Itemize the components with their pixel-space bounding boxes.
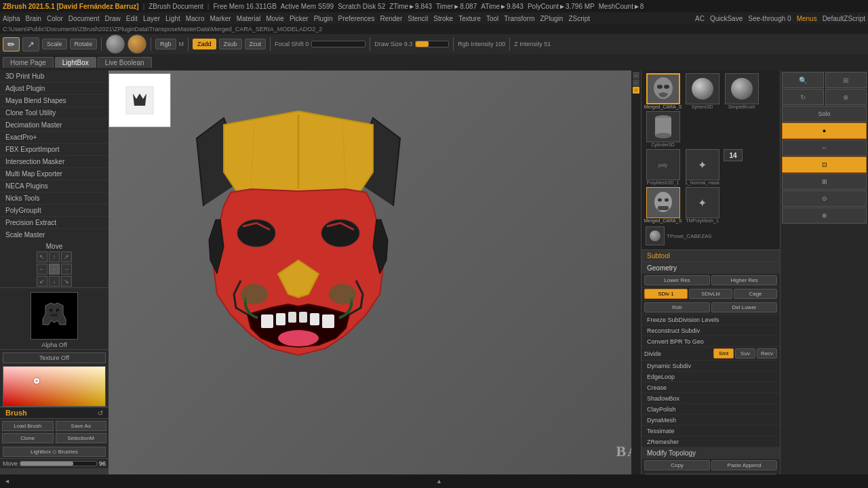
del-higher-btn[interactable]: Del Lower (711, 302, 777, 312)
sidebar-adjust[interactable]: Adjust Plugin (0, 83, 108, 95)
tab-live-boolean[interactable]: Live Boolean (98, 57, 152, 68)
thumb-cylinder3d[interactable]: Cylinder3D (644, 111, 682, 147)
draw-slider[interactable] (415, 41, 449, 47)
thumb-normal-mask[interactable]: ✦ 1_Normal_mask (684, 149, 721, 185)
quicksave-btn[interactable]: QuickSave (710, 15, 743, 22)
gray-btn-1[interactable]: ↔ (782, 140, 867, 156)
menu-tool[interactable]: Tool (486, 15, 498, 22)
cage-btn[interactable]: SDivLbl (689, 289, 732, 299)
sidebar-nicks[interactable]: Nicks Tools (0, 192, 108, 205)
arrow-left[interactable]: ← (37, 264, 47, 274)
see-through[interactable]: See-through 0 (748, 15, 791, 22)
lower-res-btn[interactable]: Lower Res (644, 275, 710, 285)
subtool-header[interactable]: Subtool (642, 250, 780, 262)
sidebar-precision[interactable]: Precision Extract (0, 217, 108, 229)
frame-icon[interactable]: ⊞ (825, 72, 867, 88)
arrow-tl[interactable]: ↖ (37, 251, 47, 262)
move-value-slider[interactable] (20, 461, 97, 466)
menu-preferences[interactable]: Preferences (338, 15, 375, 22)
thumb-tmpoly[interactable]: ✦ TMPolyMesh_1 (684, 187, 721, 223)
sidebar-scale[interactable]: Scale Master (0, 229, 108, 240)
clone-btn[interactable]: Clone (2, 433, 54, 443)
edge-loop[interactable]: EdgeLoop (642, 371, 780, 382)
menu-color[interactable]: Color (47, 15, 63, 22)
higher-res-btn[interactable]: Higher Res (711, 275, 777, 285)
move-icon[interactable]: ⊕ (825, 89, 867, 105)
sidebar-neca[interactable]: NECA Plugins (0, 180, 108, 192)
sidebar-multimap[interactable]: Multi Map Exporter (0, 168, 108, 180)
menus-btn[interactable]: Menus (797, 15, 817, 22)
center-btn[interactable]: ▲ (14, 478, 864, 485)
thumb-polymesh[interactable]: poly PolyMesh3D_1 (644, 149, 682, 185)
brush-preview[interactable] (106, 35, 125, 54)
menu-marker[interactable]: Marker (210, 15, 231, 22)
brush-expand[interactable]: ↺ (98, 409, 103, 417)
draw-btn[interactable]: ✏ (3, 37, 20, 52)
tab-home[interactable]: Home Page (3, 57, 54, 68)
sidebar-maya-blend[interactable]: Maya Blend Shapes (0, 95, 108, 107)
zsub-btn[interactable]: Zsub (219, 39, 242, 49)
menu-material[interactable]: Material (237, 15, 261, 22)
clay-polish[interactable]: ClayPolish (642, 404, 780, 415)
tangent-btn[interactable]: ⊙ (782, 190, 867, 207)
selection-btn[interactable]: SelectionM (56, 433, 107, 443)
sidebar-clone-tool[interactable]: Clone Tool Utility (0, 107, 108, 119)
material-preview[interactable] (127, 35, 146, 54)
paste-append-btn[interactable]: Paste Append (711, 460, 777, 470)
side-icon-frame[interactable]: □ (633, 87, 639, 94)
sidebar-intersection[interactable]: Intersection Masker (0, 156, 108, 168)
reconstruct-subdiv[interactable]: Reconstruct Subdiv (642, 325, 780, 336)
freeze-subdiv[interactable]: Freeze SubDivision Levels (642, 314, 780, 325)
menu-light[interactable]: Light (165, 15, 180, 22)
load-brush-btn[interactable]: Load Brush (2, 421, 54, 431)
convert-bpr[interactable]: Convert BPR To Geo (642, 336, 780, 347)
menu-edit[interactable]: Edit (126, 15, 138, 22)
texture-off-btn[interactable]: Texture Off (3, 352, 106, 363)
menu-draw[interactable]: Draw (104, 15, 120, 22)
thumb-simplebrush[interactable]: SimpleBrush (723, 73, 760, 109)
tangi-btn[interactable]: ⊛ (782, 207, 867, 224)
z-remesher[interactable]: ZRemesher (642, 436, 780, 447)
dynamic-subdiv[interactable]: Dynamic Subdiv (642, 361, 780, 371)
sidebar-polygroupit[interactable]: PolyGroupIt (0, 205, 108, 217)
menu-movie[interactable]: Movie (266, 15, 284, 22)
menu-macro[interactable]: Macro (186, 15, 205, 22)
menu-zplugin[interactable]: ZPlugin (540, 15, 564, 22)
left-arrow-btn[interactable]: ◄ (4, 478, 10, 485)
copy-btn[interactable]: Copy (644, 460, 710, 470)
sidebar-fbx[interactable]: FBX ExportImport (0, 144, 108, 156)
color-gradient[interactable] (3, 366, 106, 407)
smt-btn[interactable]: Smt (713, 348, 734, 359)
menu-plugin[interactable]: Plugin (314, 15, 333, 22)
sidebar-3dprint[interactable]: 3D Print Hub (0, 70, 108, 83)
sdiv-btn[interactable]: SDiv 1 (644, 289, 688, 299)
thumb-merged-cara2[interactable]: Merged_CARA_S (644, 187, 682, 223)
menu-picker[interactable]: Picker (290, 15, 309, 22)
save-brush-btn[interactable]: Save As (56, 421, 107, 431)
orange-btn-2[interactable]: ⊡ (782, 157, 867, 173)
menu-zscript[interactable]: ZScript (568, 15, 590, 22)
menu-transform[interactable]: Transform (504, 15, 534, 22)
side-icon-2[interactable]: – (633, 79, 639, 86)
menu-stroke[interactable]: Stroke (433, 15, 453, 22)
zcut-btn[interactable]: Zcut (245, 39, 267, 49)
arrow-bl[interactable]: ↙ (37, 276, 47, 287)
menu-layer[interactable]: Layer (143, 15, 160, 22)
zoom-icon[interactable]: 🔍 (782, 72, 824, 88)
zadd-btn[interactable]: Zadd (193, 39, 216, 49)
del-lower-btn[interactable]: Rstr (644, 302, 710, 312)
thumb-sphere3d[interactable]: Sphere3D (684, 73, 721, 109)
arrow-right[interactable]: → (61, 264, 72, 274)
gray-btn-2[interactable]: ⊞ (782, 174, 867, 190)
menu-document[interactable]: Document (68, 15, 100, 22)
default-zscript[interactable]: DefaultZScript (823, 15, 865, 22)
sidebar-decimation[interactable]: Decimation Master (0, 119, 108, 131)
recv-btn[interactable]: Recv (757, 348, 777, 359)
menu-render[interactable]: Render (380, 15, 402, 22)
arrow-br[interactable]: ↘ (61, 276, 72, 287)
rotate-btn[interactable]: Rotate (70, 39, 98, 49)
arrow-down[interactable]: ↓ (49, 276, 60, 287)
side-icon-1[interactable]: + (633, 72, 639, 79)
tab-lightbox[interactable]: LightBox (55, 57, 96, 68)
focal-slider[interactable] (311, 41, 366, 47)
